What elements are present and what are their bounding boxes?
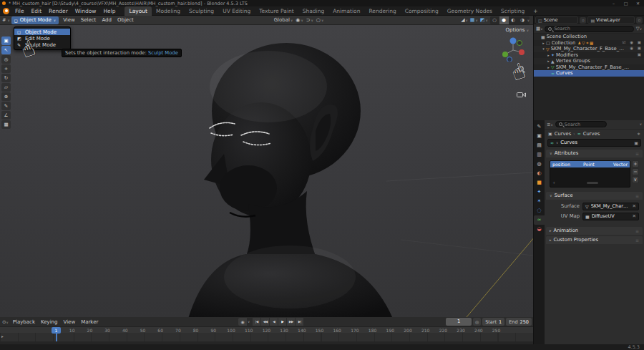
viewport-menu-object[interactable]: Object: [114, 17, 137, 23]
frame-start-field[interactable]: Start 1: [482, 318, 504, 326]
workspace-tab-geometry-nodes[interactable]: Geometry Nodes: [443, 6, 497, 16]
menu-help[interactable]: Help: [99, 6, 119, 16]
expander-icon[interactable]: ▸: [546, 53, 551, 57]
blender-menu-icon[interactable]: [3, 8, 9, 14]
workspace-tab-layout[interactable]: Layout: [125, 6, 152, 16]
tool-rotate-button[interactable]: ↻: [1, 74, 11, 82]
surface-field[interactable]: ▽SKM_My_Character_F_...✕: [582, 203, 639, 210]
uv-map-field[interactable]: ▦DiffuseUV✕: [582, 213, 639, 220]
workspace-tab-uv-editing[interactable]: UV Editing: [218, 6, 255, 16]
new-scene-button[interactable]: ▫: [580, 17, 586, 24]
frame-end-field[interactable]: End 250: [506, 318, 532, 326]
viewport-canvas[interactable]: ▣↖◎+↻▱⊕✎∠▦ ◻Object Mode◩Edit Mode✎Sculpt…: [0, 25, 533, 317]
attribute-row-selected[interactable]: position Point Vector: [550, 161, 630, 167]
tab-render[interactable]: ▣: [534, 132, 545, 141]
mode-menu-item-object-mode[interactable]: ◻Object Mode: [14, 29, 70, 35]
auto-keying-chevron-icon[interactable]: ∨: [248, 320, 250, 324]
outliner-row[interactable]: ≈Curves: [534, 70, 644, 77]
outliner-row[interactable]: ▸▢Collection♟▽✶▦☑ ◉ ▣: [534, 40, 644, 47]
pin-icon[interactable]: ∗: [637, 131, 640, 136]
tab-particles[interactable]: ✶: [534, 197, 545, 206]
view-layer-selector[interactable]: ▤ ViewLayer: [587, 16, 635, 24]
outliner-row[interactable]: ▸▲Vertex Groups: [534, 58, 644, 64]
navigation-gizmo[interactable]: [500, 36, 526, 62]
tool-measure-button[interactable]: ∠: [1, 111, 11, 120]
expander-icon[interactable]: ▸: [546, 59, 551, 63]
expander-icon[interactable]: ▸: [546, 65, 551, 69]
menu-file[interactable]: File: [11, 6, 28, 16]
scene-selector[interactable]: ◫ Scene: [535, 16, 578, 24]
outliner-filter-icon[interactable]: ▽∨: [636, 26, 642, 31]
viewport-menu-add[interactable]: Add: [99, 17, 114, 23]
workspace-tab-modeling[interactable]: Modeling: [152, 6, 185, 16]
workspace-tab-sculpting[interactable]: Sculpting: [185, 6, 218, 16]
tool-cursor-button[interactable]: ◎: [1, 55, 11, 64]
tab-tool[interactable]: ✎: [534, 122, 545, 132]
playhead[interactable]: 1: [52, 327, 61, 334]
timeline-menu-view[interactable]: View: [61, 319, 79, 325]
transform-pivot[interactable]: ◉∨: [296, 17, 303, 23]
timeline-ruler[interactable]: 1 10203040506070809010011012013014015016…: [0, 326, 533, 333]
workspace-tab-texture-paint[interactable]: Texture Paint: [255, 6, 298, 16]
outliner-row[interactable]: ▸▽SKM_My_Character_F_Base_FaceMesh.002: [534, 64, 644, 71]
prev-keyframe-button[interactable]: ◀◀: [261, 318, 269, 326]
tab-output[interactable]: ▤: [534, 141, 545, 150]
rendered-shading-button[interactable]: ◑: [518, 16, 527, 24]
outliner-row[interactable]: ▦Scene Collection: [534, 34, 644, 40]
tab-object[interactable]: ■: [534, 178, 545, 188]
workspace-tab--[interactable]: +: [529, 6, 542, 16]
attribute-specials-button[interactable]: ∨: [632, 176, 639, 183]
new-view-layer-button[interactable]: ▫: [636, 17, 643, 24]
tool-move-button[interactable]: +: [1, 64, 11, 73]
workspace-tab-animation[interactable]: Animation: [328, 6, 364, 16]
datablock-name-field[interactable]: ≈ ∨ Curves ▣: [547, 139, 641, 147]
current-frame-field[interactable]: 1: [446, 318, 472, 326]
clear-icon[interactable]: ✕: [633, 203, 636, 209]
expander-icon[interactable]: ▸: [541, 41, 546, 45]
workspace-tab-rendering[interactable]: Rendering: [364, 6, 400, 16]
tab-physics[interactable]: ◌: [534, 206, 545, 215]
proportional-editing[interactable]: ○∨: [316, 17, 323, 23]
mode-selector-button[interactable]: ◻ Object Mode ∨: [11, 16, 59, 24]
shading-chevron-icon[interactable]: ∨: [527, 19, 530, 22]
toggle-xray[interactable]: ◩∨: [480, 17, 488, 23]
add-attribute-button[interactable]: +: [632, 160, 639, 167]
show-gizmos[interactable]: ◢∨: [461, 17, 468, 23]
expander-icon[interactable]: ▾: [541, 47, 546, 51]
tab-object-data[interactable]: ≈: [534, 215, 545, 225]
keying-set-button[interactable]: ◎: [473, 318, 481, 326]
show-overlays[interactable]: ▦∨: [470, 17, 478, 23]
timeline-menu-keying[interactable]: Keying: [38, 319, 61, 325]
tool-add-primitive-button[interactable]: ▦: [1, 120, 11, 129]
outliner-row[interactable]: ▸✦Modifiers▣: [534, 52, 644, 59]
menu-window[interactable]: Window: [72, 6, 100, 16]
viewport-menu-select[interactable]: Select: [78, 17, 99, 23]
attributes-expand-icon[interactable]: ＋: [552, 180, 556, 186]
custom-properties-panel-header[interactable]: ▸Custom Properties≡: [546, 236, 643, 244]
animation-panel-header[interactable]: ▸Animation≡: [546, 227, 643, 235]
menu-edit[interactable]: Edit: [28, 6, 46, 16]
jump-to-start-button[interactable]: |◀: [253, 318, 260, 326]
tab-modifiers[interactable]: ✦: [534, 188, 545, 197]
sculpted-head-model[interactable]: [161, 39, 419, 317]
attributes-list[interactable]: position Point Vector ＋: [550, 160, 630, 188]
tool-transform-button[interactable]: ⊕: [1, 92, 11, 101]
channel-expand-icon[interactable]: ▸: [1, 334, 4, 339]
solid-shading-button[interactable]: ●: [499, 16, 509, 24]
camera-view-icon[interactable]: [517, 91, 526, 98]
fake-user-icon[interactable]: ▣: [634, 140, 638, 145]
breadcrumb-data[interactable]: Curves: [583, 131, 600, 137]
editor-type-icon[interactable]: #: [2, 17, 6, 23]
close-button[interactable]: ✕: [632, 0, 644, 6]
editor-type-chevron-icon[interactable]: ∨: [7, 19, 9, 22]
outliner-row-visibility-icons[interactable]: ◉ ▣: [630, 46, 643, 50]
minimize-button[interactable]: –: [608, 0, 620, 6]
snapping-magnet[interactable]: ⊃∨: [306, 17, 313, 23]
transform-orientation-dropdown[interactable]: Global ∨: [274, 17, 293, 23]
attributes-panel-header[interactable]: ∨ Attributes ≡: [546, 150, 643, 157]
properties-options-chevron-icon[interactable]: ∨: [640, 122, 642, 126]
play-reverse-button[interactable]: ◀: [270, 318, 278, 326]
outliner-display-mode-icon[interactable]: ▦∨: [536, 26, 542, 31]
tab-view-layer[interactable]: ▥: [534, 150, 545, 160]
attributes-scrollbar[interactable]: [587, 182, 598, 184]
